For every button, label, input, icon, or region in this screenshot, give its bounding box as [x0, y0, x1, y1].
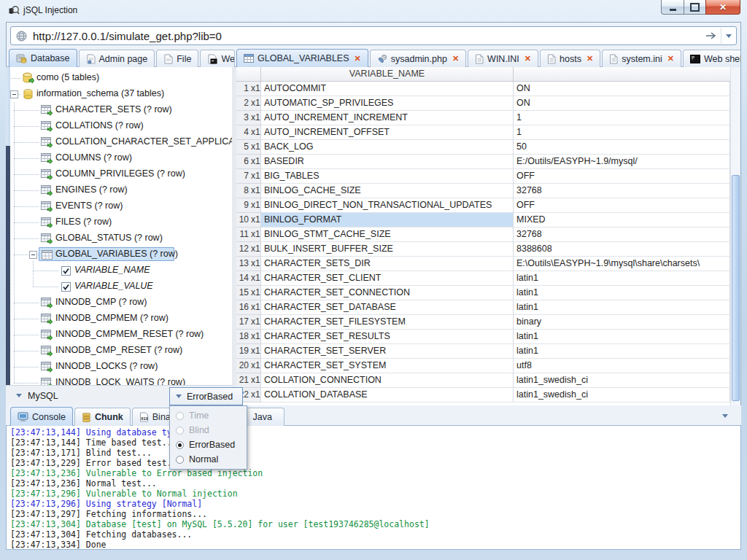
variable-name-cell[interactable]: CHARACTER_SET_DATABASE [261, 300, 514, 315]
panel-splitter[interactable] [232, 67, 236, 405]
variable-name-cell[interactable]: AUTOCOMMIT [261, 82, 514, 96]
strategy-option-errorbased[interactable]: ErrorBased [170, 438, 247, 452]
variable-value-cell[interactable]: utf8 [514, 359, 730, 373]
collapse-minus-icon[interactable] [29, 251, 37, 259]
variable-name-cell[interactable]: CHARACTER_SET_SYSTEM [261, 359, 514, 373]
variable-name-cell[interactable]: BULK_INSERT_BUFFER_SIZE [261, 242, 514, 257]
variable-name-cell[interactable]: BINLOG_STMT_CACHE_SIZE [261, 228, 514, 242]
tab-admin-page[interactable]: Admin page [79, 50, 155, 67]
tree-node[interactable]: COLLATION_CHARACTER_SET_APPLICABILITY [6, 134, 232, 150]
variable-name-cell[interactable]: AUTO_INCREMENT_OFFSET [261, 125, 514, 140]
tab-we[interactable]: We [200, 50, 235, 67]
address-bar[interactable]: http://127.0.0.1/simulate_get.php?lib=0 [10, 26, 737, 45]
variable-value-cell[interactable]: OFF [514, 169, 730, 184]
tree-node[interactable]: COLLATIONS (? row) [6, 118, 232, 134]
url-input[interactable]: http://127.0.0.1/simulate_get.php?lib=0 [33, 30, 702, 42]
strategy-combobox[interactable]: ErrorBased [169, 387, 243, 405]
close-tab-icon[interactable]: ✕ [452, 55, 459, 63]
tree-node[interactable]: GLOBAL_VARIABLES (? row) [6, 246, 232, 262]
tree-node[interactable]: VARIABLE_NAME [6, 262, 232, 279]
table-row[interactable]: 11x1BINLOG_STMT_CACHE_SIZE32768 [236, 228, 730, 242]
variable-value-cell[interactable]: latin1 [514, 286, 730, 300]
variable-value-cell[interactable]: latin1 [514, 330, 730, 344]
close-tab-icon[interactable]: ✕ [355, 55, 361, 63]
close-tab-icon[interactable]: ✕ [667, 55, 674, 63]
tab-win-ini[interactable]: WIN.INI✕ [468, 50, 538, 67]
variable-value-cell[interactable]: ON [514, 82, 730, 96]
table-row[interactable]: 7x1BIG_TABLESOFF [236, 169, 730, 184]
tree-node[interactable]: INNODB_CMPMEM (? row) [6, 311, 232, 327]
table-row[interactable]: 18x1CHARACTER_SET_RESULTSlatin1 [236, 330, 730, 344]
close-button[interactable]: ✕ [705, 0, 740, 15]
checkbox-checked-icon[interactable] [60, 265, 72, 276]
variable-name-cell[interactable]: BINLOG_FORMAT [261, 213, 514, 228]
tree-node[interactable]: INNODB_CMP (? row) [6, 295, 232, 311]
tree-node[interactable]: ENGINES (? row) [6, 182, 232, 198]
variable-value-cell[interactable]: MIXED [514, 213, 730, 228]
console-output[interactable]: [23:47:13,144] Using database ty[23:47:1… [6, 426, 741, 550]
checkbox-checked-icon[interactable] [60, 281, 72, 292]
tab-hosts[interactable]: hosts✕ [540, 50, 600, 67]
variable-value-cell[interactable]: 8388608 [514, 242, 730, 257]
variable-value-cell[interactable]: 32768 [514, 184, 730, 198]
table-row[interactable]: 4x1AUTO_INCREMENT_OFFSET1 [236, 125, 730, 140]
table-row[interactable]: 21x1COLLATION_CONNECTIONlatin1_swedish_c… [236, 373, 730, 388]
table-row[interactable]: 19x1CHARACTER_SET_SERVERlatin1 [236, 344, 730, 359]
tree-node[interactable]: INNODB_LOCKS (? row) [6, 359, 232, 375]
tree-scrollbar-thumb[interactable] [6, 146, 10, 385]
url-history-dropdown[interactable] [721, 28, 736, 44]
variable-value-cell[interactable]: latin1 [514, 271, 730, 286]
tab-file[interactable]: File [156, 50, 198, 67]
table-row[interactable]: 9x1BINLOG_DIRECT_NON_TRANSACTIONAL_UPDAT… [236, 198, 730, 213]
table-row[interactable]: 17x1CHARACTER_SET_FILESYSTEMbinary [236, 315, 730, 330]
variable-name-cell[interactable]: CHARACTER_SETS_DIR [261, 257, 514, 271]
tree-node[interactable]: CHARACTER_SETS (? row) [6, 102, 232, 118]
variable-value-cell[interactable]: latin1 [514, 344, 730, 359]
variable-name-cell[interactable]: CHARACTER_SET_RESULTS [261, 330, 514, 344]
tree-node[interactable]: information_schema (37 tables) [6, 86, 232, 102]
table-scrollbar[interactable] [730, 67, 740, 405]
collapse-minus-icon[interactable] [10, 90, 18, 98]
table-row[interactable]: 3x1AUTO_INCREMENT_INCREMENT1 [236, 111, 730, 125]
table-row[interactable]: 13x1CHARACTER_SETS_DIRE:\Outils\EASYPH~1… [236, 257, 730, 271]
variable-value-cell[interactable]: E:\Outils\EASYPH~1.9\mysql\share\charset… [514, 257, 730, 271]
variable-name-cell[interactable]: CHARACTER_SET_CONNECTION [261, 286, 514, 300]
variable-value-cell[interactable]: 50 [514, 140, 730, 155]
tab-chunk[interactable]: Chunk [74, 408, 131, 426]
variable-value-cell[interactable]: 1 [514, 111, 730, 125]
tab-database[interactable]: Database [9, 49, 77, 67]
variable-value-cell[interactable]: OFF [514, 198, 730, 213]
table-row[interactable]: 20x1CHARACTER_SET_SYSTEMutf8 [236, 359, 730, 373]
table-row[interactable]: 5x1BACK_LOG50 [236, 140, 730, 155]
table-row[interactable]: 15x1CHARACTER_SET_CONNECTIONlatin1 [236, 286, 730, 300]
variable-name-cell[interactable]: BINLOG_DIRECT_NON_TRANSACTIONAL_UPDATES [261, 198, 514, 213]
table-row[interactable]: 12x1BULK_INSERT_BUFFER_SIZE8388608 [236, 242, 730, 257]
variable-value-cell[interactable]: latin1 [514, 300, 730, 315]
tab-web-shell[interactable]: Web shell✕ [683, 50, 740, 67]
tree-node[interactable]: COLUMN_PRIVILEGES (? row) [6, 166, 232, 182]
variable-name-cell[interactable]: AUTO_INCREMENT_INCREMENT [261, 111, 514, 125]
variable-name-cell[interactable]: AUTOMATIC_SP_PRIVILEGES [261, 96, 514, 111]
close-tab-icon[interactable]: ✕ [525, 55, 531, 63]
variable-name-cell[interactable]: BASEDIR [261, 155, 514, 169]
table-row[interactable]: 14x1CHARACTER_SET_CLIENTlatin1 [236, 271, 730, 286]
variable-value-cell[interactable]: ON [514, 96, 730, 111]
tab-system-ini[interactable]: system.ini✕ [602, 50, 681, 67]
table-row[interactable]: 22x1COLLATION_DATABASElatin1_swedish_ci [236, 388, 730, 402]
maximize-button[interactable] [684, 0, 705, 15]
tree-node[interactable]: GLOBAL_STATUS (? row) [6, 230, 232, 246]
variable-value-cell[interactable]: 1 [514, 125, 730, 140]
tab-overflow-button[interactable] [722, 414, 728, 418]
tree-node[interactable]: FILES (? row) [6, 214, 232, 230]
variable-name-cell[interactable]: COLLATION_DATABASE [261, 388, 514, 402]
tree-node[interactable]: COLUMNS (? row) [6, 150, 232, 166]
table-row[interactable]: 6x1BASEDIRE:/Outils/EASYPH~1.9/mysql/ [236, 155, 730, 169]
table-row[interactable]: 8x1BINLOG_CACHE_SIZE32768 [236, 184, 730, 198]
variable-value-cell[interactable]: binary [514, 315, 730, 330]
table-row[interactable]: 10x1BINLOG_FORMATMIXED [236, 213, 730, 228]
table-scrollbar-thumb[interactable] [732, 175, 740, 401]
tab-sysadmin-php[interactable]: sysadmin.php✕ [370, 50, 466, 67]
tab-console[interactable]: Console [10, 407, 73, 426]
variable-value-cell[interactable]: 32768 [514, 228, 730, 242]
variable-name-cell[interactable]: BINLOG_CACHE_SIZE [261, 184, 514, 198]
